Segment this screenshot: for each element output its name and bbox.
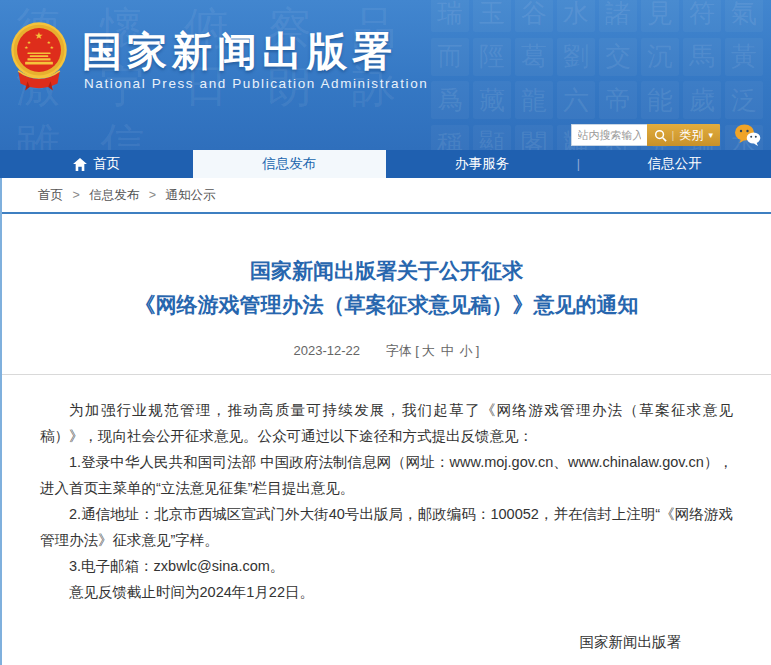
wechat-icon[interactable] [734,123,761,147]
search-controls: | 类别 ▾ [647,124,720,146]
watermark-glyph: 信 [100,122,144,150]
watermark-glyph: 藏 [473,81,511,119]
paragraph: 1.登录中华人民共和国司法部 中国政府法制信息网（网址：www.moj.gov.… [40,449,733,501]
svg-text:★: ★ [35,30,44,41]
breadcrumb: 首页 > 信息发布 > 通知公示 [2,178,771,214]
article-title-line2: 《网络游戏管理办法（草案征求意见稿）》意见的通知 [2,288,771,322]
breadcrumb-separator: > [72,188,79,202]
watermark-glyph: 氣 [725,0,763,32]
watermark-glyph: 玉 [473,0,511,32]
watermark-glyph: 顯 [473,125,511,151]
watermark-glyph: 谷 [515,0,553,32]
nav-item-label: 信息公开 [648,155,702,173]
watermark-glyph: 瑞 [431,0,469,32]
watermark-glyph: 帝 [599,81,637,119]
article-title: 国家新闻出版署关于公开征求 《网络游戏管理办法（草案征求意见稿）》意见的通知 [2,254,771,322]
watermark-glyph: 能 [641,81,679,119]
watermark-glyph: 諸 [599,0,637,32]
watermark-glyph: 爲 [431,81,469,119]
publish-date: 2023-12-22 [294,343,361,358]
paragraph: 3.电子邮箱：zxbwlc@sina.com。 [40,553,733,579]
font-size-small-button[interactable]: 小 [460,343,473,358]
nav-item-services[interactable]: 办事服务 [386,150,579,178]
breadcrumb-info-release[interactable]: 信息发布 [89,188,139,202]
site-subtitle-en: National Press and Publication Administr… [84,76,428,91]
svg-text:★: ★ [27,40,31,45]
nav-item-info-release[interactable]: 信息发布 [193,150,386,178]
watermark-glyph: 陘 [473,38,511,76]
watermark-glyph: 雖 [16,122,60,150]
watermark-glyph: 而 [431,38,469,76]
article-meta: 2023-12-22 字体 [大中小] [2,342,771,360]
watermark-glyph: 符 [683,0,721,32]
nav-item-label: 信息发布 [262,155,316,173]
svg-text:★: ★ [50,45,54,50]
watermark-glyph: 泛 [725,81,763,119]
svg-text:★: ★ [24,45,28,50]
watermark-glyph: 劉 [557,38,595,76]
national-emblem-logo: ★ ★ ★ ★ ★ [10,20,68,94]
font-size-label: 字体 [ [386,343,419,358]
main-nav: 首页 信息发布 办事服务 信息公开 | [0,150,771,178]
watermark-glyph: 水 [557,0,595,32]
article-title-line1: 国家新闻出版署关于公开征求 [2,254,771,288]
search-box: | 类别 ▾ [571,124,720,146]
search-divider: | [672,129,675,141]
watermark-glyph: 交 [599,38,637,76]
font-size-large-button[interactable]: 大 [422,343,435,358]
font-size-widget: 字体 [大中小] [386,343,480,358]
nav-item-label: 办事服务 [455,155,509,173]
article-body: 为加强行业规范管理，推动高质量可持续发展，我们起草了《网络游戏管理办法（草案征求… [2,375,771,665]
watermark-glyph: 六 [557,81,595,119]
watermark-glyph: 葛 [515,38,553,76]
content-area: 首页 > 信息发布 > 通知公示 国家新闻出版署关于公开征求 《网络游戏管理办法… [0,178,771,665]
watermark-glyph: 稱 [431,125,469,151]
breadcrumb-notices[interactable]: 通知公示 [166,188,216,202]
watermark-glyph: 見 [641,0,679,32]
watermark-glyph: 龍 [515,81,553,119]
signature-date: 2023年12月22日 [40,657,681,665]
search-icon[interactable] [654,129,667,142]
watermark-glyph: 馬 [683,38,721,76]
watermark-glyph: 閣 [515,125,553,151]
signature-block: 国家新闻出版署 2023年12月22日 [40,627,733,665]
nav-item-home[interactable]: 首页 [0,150,193,178]
font-size-medium-button[interactable]: 中 [441,343,454,358]
chevron-down-icon[interactable]: ▾ [708,130,713,140]
search-input[interactable] [571,124,647,146]
font-size-label-close: ] [476,343,480,358]
site-header: 德懷俯察品激宇日朗詠雖信 瑞玉谷水諸見符氣而陘葛劉交沉馬黃爲藏龍六帝能歲泛稱顯閣… [0,0,771,150]
site-title: 国家新闻出版署 [82,24,397,79]
nav-item-info-disclosure[interactable]: 信息公开 [578,150,771,178]
nav-item-label: 首页 [93,155,120,173]
watermark-glyph: 沉 [641,38,679,76]
paragraph: 意见反馈截止时间为2024年1月22日。 [40,579,733,605]
watermark-glyph: 黃 [725,38,763,76]
page: 德懷俯察品激宇日朗詠雖信 瑞玉谷水諸見符氣而陘葛劉交沉馬黃爲藏龍六帝能歲泛稱顯閣… [0,0,771,665]
breadcrumb-home[interactable]: 首页 [38,188,63,202]
home-icon [73,158,87,171]
category-dropdown[interactable]: 类别 [679,127,703,144]
watermark-glyph: 歲 [683,81,721,119]
signature-agency: 国家新闻出版署 [40,627,681,657]
breadcrumb-separator: > [149,188,156,202]
paragraph: 2.通信地址：北京市西城区宣武门外大街40号出版局，邮政编码：100052，并在… [40,501,733,553]
nav-divider: | [577,150,580,178]
svg-text:★: ★ [47,40,51,45]
paragraph: 为加强行业规范管理，推动高质量可持续发展，我们起草了《网络游戏管理办法（草案征求… [40,397,733,449]
search-row: | 类别 ▾ [571,123,761,147]
